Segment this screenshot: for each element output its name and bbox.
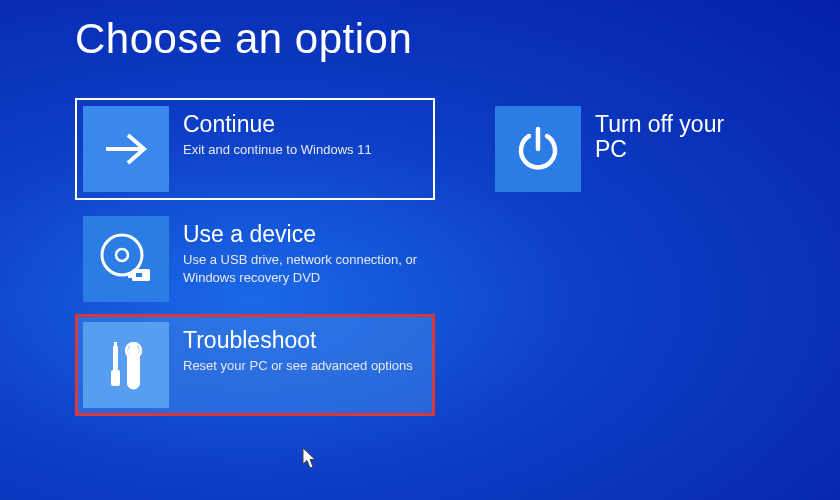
tile-title: Troubleshoot [183, 328, 427, 353]
tile-troubleshoot[interactable]: Troubleshoot Reset your PC or see advanc… [75, 314, 435, 416]
svg-rect-8 [114, 342, 117, 348]
tile-title: Turn off your PC [595, 112, 757, 163]
tile-desc: Exit and continue to Windows 11 [183, 141, 427, 159]
tile-use-device[interactable]: Use a device Use a USB drive, network co… [75, 208, 435, 310]
tile-desc: Reset your PC or see advanced options [183, 357, 427, 375]
tile-continue[interactable]: Continue Exit and continue to Windows 11 [75, 98, 435, 200]
tile-text: Troubleshoot Reset your PC or see advanc… [169, 322, 427, 375]
tile-title: Continue [183, 112, 427, 137]
tile-text: Use a device Use a USB drive, network co… [169, 216, 427, 286]
page-title: Choose an option [75, 15, 765, 63]
left-column: Continue Exit and continue to Windows 11 [75, 98, 435, 416]
disc-usb-icon [83, 216, 169, 302]
arrow-right-icon [83, 106, 169, 192]
tile-text: Continue Exit and continue to Windows 11 [169, 106, 427, 159]
tools-icon [83, 322, 169, 408]
mouse-cursor [302, 447, 320, 471]
tile-desc: Use a USB drive, network connection, or … [183, 251, 427, 286]
svg-point-2 [116, 249, 128, 261]
svg-rect-7 [111, 370, 120, 386]
tile-title: Use a device [183, 222, 427, 247]
tile-text: Turn off your PC [581, 106, 757, 167]
svg-rect-5 [136, 273, 142, 277]
svg-rect-6 [113, 346, 118, 370]
svg-rect-4 [128, 272, 133, 278]
tile-turn-off[interactable]: Turn off your PC [487, 98, 765, 200]
tiles-area: Continue Exit and continue to Windows 11 [75, 98, 765, 416]
power-icon [495, 106, 581, 192]
